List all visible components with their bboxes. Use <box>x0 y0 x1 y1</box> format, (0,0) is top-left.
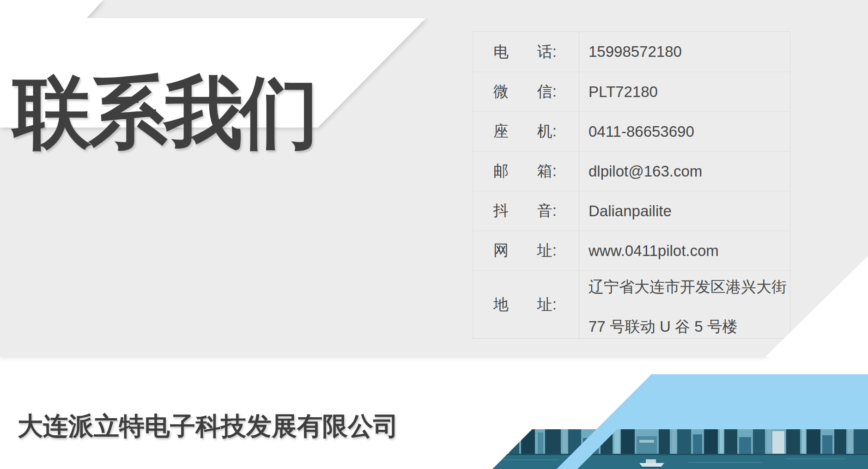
bottom-right-graphics <box>0 0 868 469</box>
contact-slide: 联系我们 电 话: 15998572180 微 信: PLT72180 座 <box>0 0 868 469</box>
city-skyline-image <box>490 429 868 469</box>
company-name: 大连派立特电子科技发展有限公司 <box>18 409 399 444</box>
